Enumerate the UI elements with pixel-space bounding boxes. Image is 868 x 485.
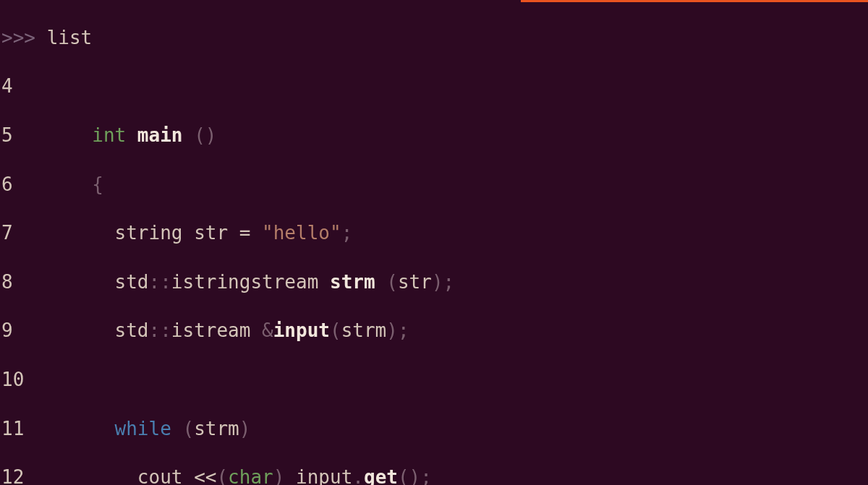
token-type: int: [92, 124, 126, 146]
token-ampersand: &: [262, 319, 273, 341]
code-line: 12 cout <<(char) input.get();: [1, 465, 868, 485]
prompt-line: >>> list: [1, 26, 868, 51]
token-type: istream: [171, 319, 251, 341]
line-number: 7: [1, 222, 13, 244]
token-paren: (: [182, 418, 194, 439]
token-paren: (: [194, 124, 205, 146]
token-keyword: while: [115, 418, 171, 439]
token-identifier: cout: [137, 466, 183, 485]
token-semicolon: ;: [420, 466, 432, 485]
token-identifier: input: [273, 319, 330, 341]
token-paren: ): [386, 319, 398, 341]
code-line: 6 {: [1, 173, 868, 197]
token-namespace: std: [115, 271, 149, 293]
command-text: list: [47, 27, 93, 48]
token-method: get: [364, 466, 398, 485]
token-semicolon: ;: [398, 319, 409, 341]
line-number: 11: [1, 418, 24, 439]
token-semicolon: ;: [341, 222, 353, 244]
token-identifier: str: [194, 222, 228, 244]
token-dot: .: [352, 466, 364, 485]
token-paren: (: [216, 466, 228, 485]
token-semicolon: ;: [443, 271, 455, 293]
token-paren: (: [330, 319, 341, 341]
line-number: 8: [1, 271, 13, 293]
token-paren: ): [239, 418, 251, 439]
line-number: 5: [1, 124, 13, 146]
line-number: 10: [1, 369, 24, 390]
token-type: istringstream: [171, 271, 319, 293]
token-identifier: strm: [341, 319, 387, 341]
token-scope: ::: [149, 319, 171, 341]
token-paren: ): [273, 466, 285, 485]
code-line: 9 std::istream &input(strm);: [1, 319, 868, 343]
token-paren: ): [409, 466, 421, 485]
code-line: 7 string str = "hello";: [1, 221, 868, 246]
window-border-accent: [521, 0, 868, 2]
code-line: 10: [1, 368, 868, 392]
token-identifier: main: [137, 124, 183, 146]
token-operator: <<: [194, 466, 216, 485]
line-number: 9: [1, 319, 13, 341]
token-operator: =: [239, 222, 251, 244]
line-number: 4: [1, 75, 13, 97]
token-scope: ::: [149, 271, 171, 293]
token-identifier: str: [398, 271, 432, 293]
token-paren: ): [432, 271, 443, 293]
token-paren: (: [386, 271, 398, 293]
code-line: 8 std::istringstream strm (str);: [1, 270, 868, 295]
code-line: 4: [1, 74, 868, 99]
line-number: 12: [1, 466, 24, 485]
token-type: char: [228, 466, 273, 485]
token-identifier: strm: [194, 418, 239, 439]
prompt-chevron: >>>: [1, 27, 35, 48]
token-type: string: [115, 222, 183, 244]
token-identifier: input: [296, 466, 352, 485]
terminal-output[interactable]: >>> list 4 5 int main () 6 { 7 string st…: [0, 0, 868, 485]
code-line: 11 while (strm): [1, 417, 868, 442]
code-line: 5 int main (): [1, 124, 868, 148]
line-number: 6: [1, 173, 13, 195]
token-paren: (: [398, 466, 409, 485]
token-string: "hello": [262, 222, 341, 244]
token-paren: ): [205, 124, 217, 146]
token-brace: {: [92, 173, 103, 195]
token-identifier: strm: [330, 271, 375, 293]
token-namespace: std: [115, 319, 149, 341]
